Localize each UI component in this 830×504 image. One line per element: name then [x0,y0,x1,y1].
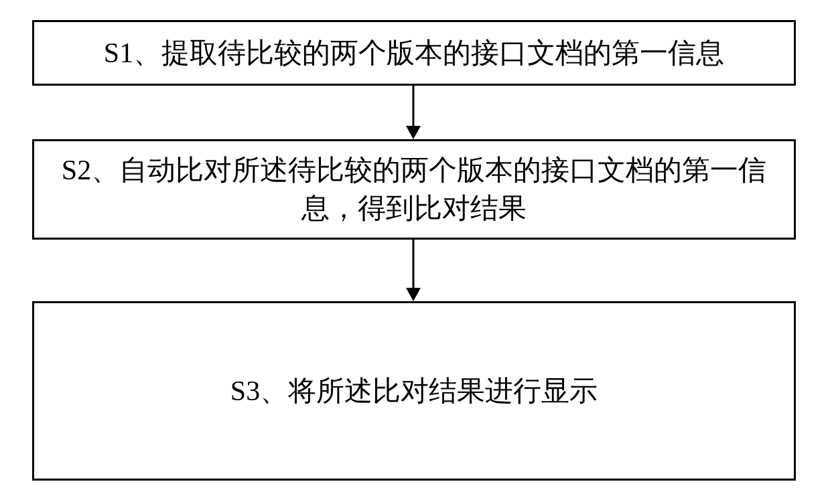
flowchart-arrow-1-head [406,126,421,139]
flowchart-step-s1: S1、提取待比较的两个版本的接口文档的第一信息 [32,20,796,86]
flowchart-arrow-1-line [413,86,415,127]
flowchart-step-s1-text: S1、提取待比较的两个版本的接口文档的第一信息 [104,34,724,72]
flowchart-step-s2-text: S2、自动比对所述待比较的两个版本的接口文档的第一信息，得到比对结果 [48,151,780,227]
flowchart-step-s3: S3、将所述比对结果进行显示 [32,301,796,481]
flowchart-arrow-2-head [406,288,421,301]
flowchart-step-s3-text: S3、将所述比对结果进行显示 [230,372,598,410]
flowchart-canvas: S1、提取待比较的两个版本的接口文档的第一信息 S2、自动比对所述待比较的两个版… [0,0,830,504]
flowchart-step-s2: S2、自动比对所述待比较的两个版本的接口文档的第一信息，得到比对结果 [32,139,796,240]
flowchart-arrow-2-line [413,240,415,289]
